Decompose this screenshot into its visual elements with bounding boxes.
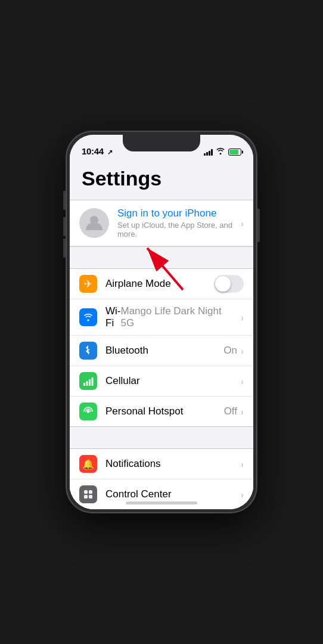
cellular-row[interactable]: Cellular ›	[70, 366, 253, 397]
svg-rect-10	[84, 495, 88, 499]
bluetooth-label: Bluetooth	[105, 345, 223, 357]
personal-hotspot-row[interactable]: Personal Hotspot Off ›	[70, 397, 253, 426]
personal-hotspot-value: Off	[224, 405, 237, 417]
bluetooth-icon	[79, 342, 97, 360]
location-icon: ↗	[107, 148, 113, 156]
notifications-icon: 🔔	[79, 455, 97, 473]
avatar	[79, 208, 109, 238]
svg-rect-9	[89, 490, 92, 494]
airplane-mode-toggle[interactable]	[214, 275, 244, 293]
svg-point-7	[87, 410, 90, 413]
svg-rect-6	[92, 377, 94, 386]
phone-frame: 10:44 ↗	[66, 131, 257, 513]
control-center-chevron: ›	[241, 490, 244, 500]
wifi-value: Mango Life Dark Night 5G	[120, 305, 237, 329]
svg-rect-4	[86, 381, 88, 386]
signin-row[interactable]: Sign in to your iPhone Set up iCloud, th…	[70, 200, 253, 246]
wifi-chevron: ›	[241, 312, 244, 323]
settings-content: Settings Sign in to your iPhone Set up i…	[70, 161, 253, 509]
wifi-status-icon	[216, 147, 225, 156]
wifi-label: Wi-Fi	[105, 305, 120, 329]
signin-text: Sign in to your iPhone Set up iCloud, th…	[117, 208, 241, 239]
svg-rect-5	[89, 379, 91, 386]
wifi-icon	[79, 308, 97, 326]
signin-chevron: ›	[241, 218, 244, 228]
svg-line-2	[147, 248, 183, 290]
notifications-row[interactable]: 🔔 Notifications ›	[70, 449, 253, 479]
signal-bars	[204, 148, 213, 156]
personal-hotspot-label: Personal Hotspot	[105, 405, 224, 417]
cellular-chevron: ›	[241, 376, 244, 386]
personal-hotspot-chevron: ›	[241, 407, 244, 417]
signin-section: Sign in to your iPhone Set up iCloud, th…	[70, 200, 253, 247]
battery-icon	[228, 148, 241, 156]
cellular-label: Cellular	[105, 375, 241, 387]
toggle-knob	[215, 276, 231, 292]
signin-subtitle: Set up iCloud, the App Store, and more.	[117, 221, 241, 239]
airplane-mode-icon: ✈	[79, 275, 97, 293]
cellular-icon	[79, 372, 97, 390]
control-center-row[interactable]: Control Center ›	[70, 479, 253, 509]
group-separator-2	[70, 427, 253, 448]
signin-title: Sign in to your iPhone	[117, 208, 241, 219]
phone-screen: 10:44 ↗	[70, 135, 253, 509]
home-indicator	[126, 501, 197, 504]
notifications-label: Notifications	[105, 458, 241, 470]
control-center-label: Control Center	[105, 488, 241, 500]
svg-rect-8	[84, 490, 88, 494]
bluetooth-row[interactable]: Bluetooth On ›	[70, 336, 253, 366]
page-title: Settings	[70, 161, 253, 200]
control-center-icon	[79, 485, 97, 503]
personal-hotspot-icon	[79, 402, 97, 420]
avatar-icon	[85, 213, 104, 233]
bluetooth-value: On	[223, 345, 237, 357]
notifications-section: 🔔 Notifications › Cont	[70, 448, 253, 509]
notifications-chevron: ›	[241, 459, 244, 469]
bluetooth-chevron: ›	[241, 346, 244, 356]
svg-rect-11	[89, 495, 92, 499]
notch	[123, 135, 200, 151]
svg-rect-3	[83, 383, 85, 386]
red-arrow-annotation	[123, 242, 195, 296]
status-icons	[204, 147, 241, 156]
status-time: 10:44 ↗	[82, 146, 112, 156]
wifi-row[interactable]: Wi-Fi Mango Life Dark Night 5G ›	[70, 299, 253, 336]
